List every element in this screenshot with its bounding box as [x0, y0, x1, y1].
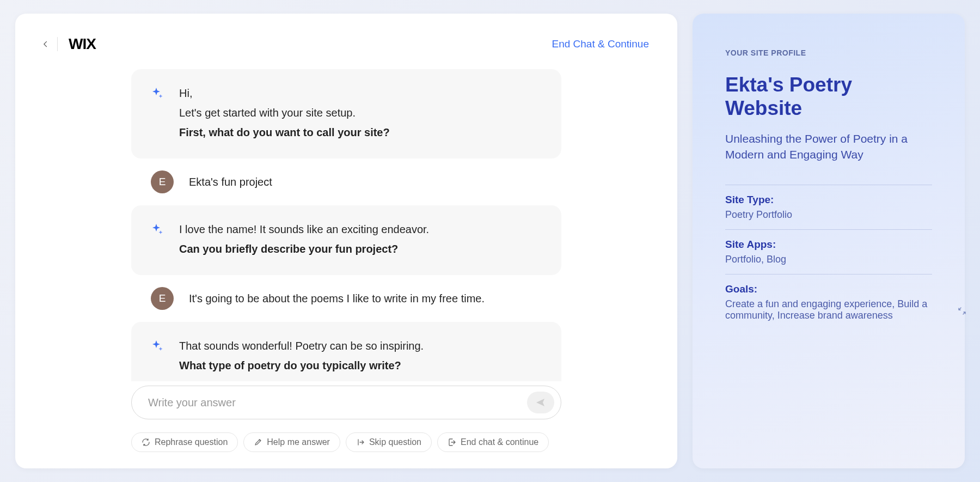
user-avatar: E	[151, 170, 174, 193]
bot-message-content: That sounds wonderful! Poetry can be so …	[179, 337, 542, 376]
pencil-icon	[254, 438, 262, 447]
bot-message-content: Hi,Let's get started with your site setu…	[179, 84, 542, 143]
skip-question-button[interactable]: Skip question	[346, 432, 432, 452]
help-me-answer-button[interactable]: Help me answer	[243, 432, 340, 452]
answer-input-row	[131, 386, 561, 419]
skip-icon	[356, 438, 365, 447]
sparkle-icon	[151, 339, 164, 355]
sparkle-icon	[151, 87, 164, 102]
profile-field-value: Portfolio, Blog	[725, 254, 932, 265]
message-line: Can you briefly describe your fun projec…	[179, 240, 542, 258]
main-chat-panel: WIX End Chat & Continue Hi,Let's get sta…	[15, 14, 677, 468]
pill-label: Skip question	[369, 437, 421, 447]
chevron-left-icon	[44, 40, 47, 48]
message-line: That sounds wonderful! Poetry can be so …	[179, 337, 542, 355]
header: WIX End Chat & Continue	[44, 35, 649, 53]
message-line: First, what do you want to call your sit…	[179, 124, 542, 141]
back-button[interactable]	[44, 37, 58, 51]
profile-fields: Site Type:Poetry PortfolioSite Apps:Port…	[725, 185, 932, 330]
site-profile-panel: YOUR SITE PROFILE Ekta's Poetry Website …	[693, 14, 965, 468]
profile-field-value: Poetry Portfolio	[725, 209, 932, 221]
pill-label: Help me answer	[267, 437, 330, 447]
send-icon	[536, 398, 546, 407]
rephrase-question-button[interactable]: Rephrase question	[131, 432, 238, 452]
messages-list: Hi,Let's get started with your site setu…	[131, 69, 561, 381]
message-line: What type of poetry do you typically wri…	[179, 357, 542, 374]
end-chat-continue-button[interactable]: End chat & continue	[437, 432, 549, 452]
end-chat-continue-link[interactable]: End Chat & Continue	[552, 38, 649, 50]
chat-container: Hi,Let's get started with your site setu…	[131, 69, 561, 381]
bot-message: I love the name! It sounds like an excit…	[131, 205, 561, 275]
send-button[interactable]	[527, 392, 554, 413]
profile-field-value: Create a fun and engaging experience, Bu…	[725, 298, 932, 321]
header-left: WIX	[44, 35, 96, 53]
user-message: EIt's going to be about the poems I like…	[131, 287, 561, 310]
user-message-text: Ekta's fun project	[189, 176, 272, 188]
message-line: Let's get started with your site setup.	[179, 104, 542, 121]
profile-field-label: Goals:	[725, 283, 932, 295]
profile-field: Goals:Create a fun and engaging experien…	[725, 274, 932, 330]
action-pills-row: Rephrase question Help me answer Skip qu…	[131, 432, 561, 452]
profile-subtitle: Unleashing the Power of Poetry in a Mode…	[725, 131, 932, 163]
profile-field-label: Site Apps:	[725, 239, 932, 251]
exit-icon	[448, 438, 456, 447]
profile-field: Site Apps:Portfolio, Blog	[725, 229, 932, 274]
profile-field-label: Site Type:	[725, 194, 932, 206]
profile-field: Site Type:Poetry Portfolio	[725, 185, 932, 229]
bot-message: That sounds wonderful! Poetry can be so …	[131, 322, 561, 381]
user-avatar: E	[151, 287, 174, 310]
user-message: EEkta's fun project	[131, 170, 561, 193]
refresh-icon	[142, 438, 150, 447]
collapse-icon	[958, 307, 966, 315]
expand-handle[interactable]	[958, 307, 966, 317]
answer-input[interactable]	[148, 396, 527, 409]
pill-label: End chat & continue	[461, 437, 538, 447]
bot-message: Hi,Let's get started with your site setu…	[131, 69, 561, 158]
profile-section-label: YOUR SITE PROFILE	[725, 48, 932, 57]
wix-logo: WIX	[69, 35, 96, 53]
message-line: Hi,	[179, 84, 542, 102]
bot-message-content: I love the name! It sounds like an excit…	[179, 221, 542, 260]
user-message-text: It's going to be about the poems I like …	[189, 292, 485, 305]
sparkle-icon	[151, 223, 164, 238]
message-line: I love the name! It sounds like an excit…	[179, 221, 542, 238]
profile-title: Ekta's Poetry Website	[725, 74, 932, 120]
pill-label: Rephrase question	[155, 437, 228, 447]
